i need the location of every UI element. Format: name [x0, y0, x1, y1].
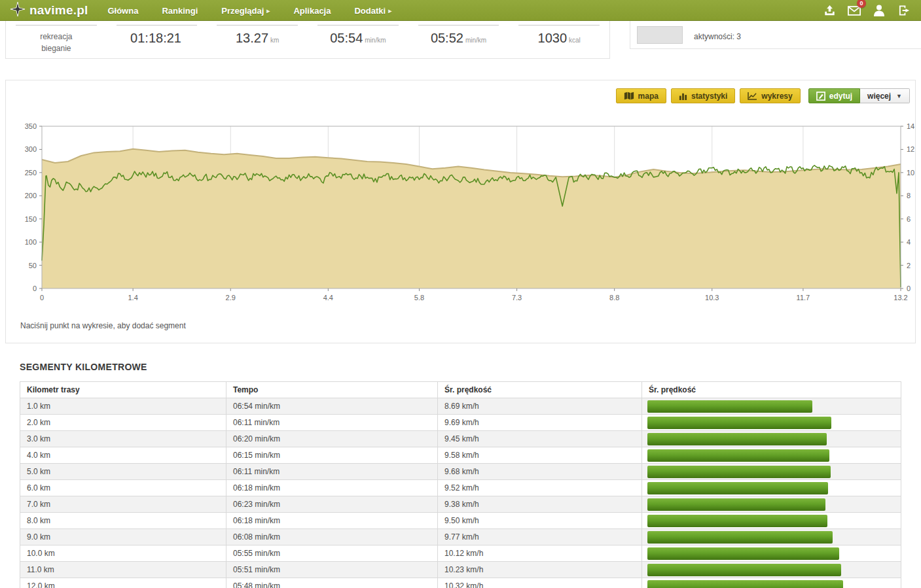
cell-speed: 10.32 km/h — [438, 578, 642, 588]
submenu-arrow-icon: ▸ — [388, 7, 391, 14]
nav-item-przegladaj[interactable]: Przeglądaj▸ — [221, 6, 270, 16]
nav-menu: GłównaRankingiPrzeglądaj▸AplikacjaDodatk… — [107, 6, 391, 16]
chart-caption: Naciśnij punkt na wykresie, aby dodać se… — [20, 321, 186, 330]
button-label: statystyki — [691, 92, 727, 101]
svg-text:8.8: 8.8 — [609, 294, 619, 302]
button-mapa[interactable]: mapa — [616, 88, 666, 103]
table-row: 12.0 km05:48 min/km10.32 km/h — [20, 578, 901, 588]
cell-tempo: 06:20 min/km — [226, 431, 438, 447]
chart-svg[interactable]: 0501001502002503003500246810121401.42.94… — [6, 121, 916, 305]
cell-km: 1.0 km — [20, 398, 226, 415]
stat-cell-1: 13.27km — [217, 25, 298, 58]
nav-item-aplikacja[interactable]: Aplikacja — [293, 6, 331, 16]
cell-speed: 9.69 km/h — [438, 415, 642, 431]
avatar[interactable] — [637, 26, 683, 44]
cell-speed-bar — [642, 529, 901, 545]
cell-speed-bar — [642, 431, 901, 447]
button-label: wykresy — [761, 92, 792, 101]
submenu-arrow-icon: ▸ — [266, 7, 270, 14]
view-toolbar: mapastatystykiwykresyedytujwięcej▼ — [611, 88, 910, 103]
svg-text:150: 150 — [25, 215, 37, 223]
speed-bar — [647, 400, 812, 413]
table-row: 3.0 km06:20 min/km9.45 km/h — [20, 431, 901, 447]
cell-speed-bar — [642, 447, 901, 464]
svg-text:4: 4 — [907, 238, 911, 246]
speed-bar — [647, 580, 843, 588]
stat-unit: km — [270, 37, 279, 44]
upload-icon[interactable] — [823, 4, 836, 17]
speed-bar — [647, 531, 833, 544]
speed-bar — [647, 466, 831, 478]
cell-speed: 9.38 km/h — [438, 496, 642, 513]
nav-item-dodatki[interactable]: Dodatki▸ — [354, 6, 391, 16]
stat-cell-2: 05:54min/km — [317, 25, 399, 58]
svg-text:1.4: 1.4 — [128, 294, 138, 302]
stat-cell-0: 01:18:21 — [117, 25, 198, 58]
brand-logo[interactable]: navime.pl — [10, 2, 88, 19]
nav-item-label: Główna — [107, 6, 138, 16]
svg-text:100: 100 — [25, 238, 37, 246]
stat-value: 01:18:21 — [130, 31, 181, 45]
nav-item-rankingi[interactable]: Rankingi — [162, 6, 198, 16]
cell-speed: 9.50 km/h — [438, 513, 642, 529]
svg-text:6: 6 — [907, 215, 911, 223]
cell-speed: 9.77 km/h — [438, 529, 642, 545]
cell-km: 5.0 km — [20, 464, 226, 480]
button-wykresy[interactable]: wykresy — [740, 88, 800, 103]
nav-item-label: Aplikacja — [293, 6, 331, 16]
svg-text:0: 0 — [907, 285, 911, 292]
page: navime.pl GłównaRankingiPrzeglądaj▸Aplik… — [0, 0, 921, 588]
logout-icon[interactable] — [897, 4, 911, 17]
cell-km: 10.0 km — [20, 545, 226, 562]
speed-bar — [647, 547, 839, 560]
compass-star-icon — [10, 2, 25, 19]
table-row: 9.0 km06:08 min/km9.77 km/h — [20, 529, 901, 545]
table-header-row: Kilometr trasyTempoŚr. prędkośćŚr. prędk… — [20, 382, 901, 398]
cell-speed-bar — [642, 398, 901, 415]
svg-text:50: 50 — [29, 262, 37, 269]
stat-cell-3: 05:52min/km — [418, 25, 499, 58]
speed-bar — [647, 433, 827, 445]
activities-count: aktywności: 3 — [694, 26, 741, 41]
svg-text:350: 350 — [25, 122, 37, 130]
user-icon[interactable] — [873, 4, 886, 17]
activity-detail-card: mapastatystykiwykresyedytujwięcej▼ 05010… — [5, 80, 916, 343]
mail-badge: 0 — [857, 0, 866, 8]
stat-value: 13.27 — [236, 31, 268, 45]
cell-tempo: 06:11 min/km — [226, 464, 438, 480]
cell-speed: 10.23 km/h — [438, 562, 642, 578]
svg-text:11.7: 11.7 — [797, 294, 810, 302]
table-header-2: Śr. prędkość — [438, 382, 642, 398]
svg-text:13.2: 13.2 — [894, 294, 907, 302]
table-row: 1.0 km06:54 min/km8.69 km/h — [20, 398, 901, 415]
top-navbar: navime.pl GłównaRankingiPrzeglądaj▸Aplik… — [0, 0, 921, 21]
nav-item-glowna[interactable]: Główna — [107, 6, 138, 16]
stat-cell-4: 1030kcal — [518, 25, 600, 58]
table-row: 2.0 km06:11 min/km9.69 km/h — [20, 415, 901, 431]
map-icon — [624, 92, 634, 100]
cell-speed: 9.58 km/h — [438, 447, 642, 464]
svg-text:300: 300 — [25, 145, 37, 153]
table-header-1: Tempo — [226, 382, 438, 398]
table-header-0: Kilometr trasy — [20, 382, 226, 398]
cell-speed-bar — [642, 464, 901, 480]
button-label: więcej — [867, 92, 891, 101]
linechart-icon — [748, 92, 757, 100]
cell-speed: 9.68 km/h — [438, 464, 642, 480]
table-row: 10.0 km05:55 min/km10.12 km/h — [20, 545, 901, 562]
activity-chart[interactable]: 0501001502002503003500246810121401.42.94… — [6, 121, 915, 308]
brand-text: navime.pl — [29, 3, 88, 18]
button-edytuj[interactable]: edytuj — [808, 88, 860, 103]
cell-speed-bar — [642, 480, 901, 496]
stat-value: 1030 — [538, 31, 568, 45]
barchart-icon — [679, 92, 687, 100]
section-title: SEGMENTY KILOMETROWE — [20, 362, 921, 372]
cell-km: 3.0 km — [20, 431, 226, 447]
button-wiecej[interactable]: więcej▼ — [860, 88, 910, 103]
cell-speed-bar — [642, 496, 901, 513]
table-row: 8.0 km06:18 min/km9.50 km/h — [20, 513, 901, 529]
button-statystyki[interactable]: statystyki — [671, 88, 735, 103]
mail-icon[interactable]: 0 — [848, 4, 861, 17]
cell-speed-bar — [642, 513, 901, 529]
svg-text:200: 200 — [25, 192, 37, 199]
